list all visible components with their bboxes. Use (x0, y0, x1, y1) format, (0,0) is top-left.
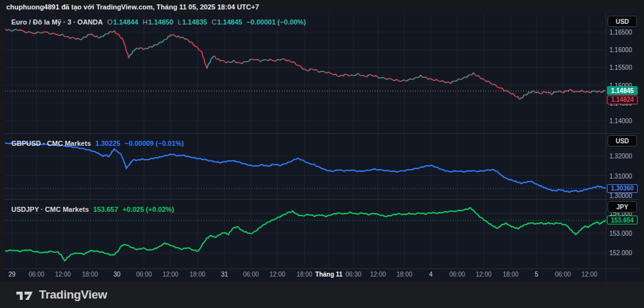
time-tick-label: 5 (535, 271, 538, 278)
eurusd-candle-canvas[interactable] (5, 14, 606, 133)
usdjpy-price-axis[interactable]: JPY 154.000153.000152.000153.654 (606, 199, 639, 268)
open-val: 1.14844 (113, 18, 138, 26)
price-tick-label: 1.16500 (609, 28, 632, 35)
currency-button-usd-2[interactable]: USD (608, 135, 637, 146)
eurusd-open-value: O 1.14844 (107, 18, 138, 26)
eurusd-close-value: C 1.14845 (211, 18, 242, 26)
time-tick-label: Tháng 11 (315, 271, 342, 278)
time-tick-label: 12:00 (269, 271, 285, 278)
usdjpy-symbol-title: USDJPY · CMC Markets (11, 206, 89, 213)
eurusd-price-axis[interactable]: USD 1.165001.160001.155001.150001.145001… (606, 14, 639, 133)
eurusd-low-value: L 1.14835 (178, 18, 208, 26)
open-key: O (107, 18, 113, 26)
chart-frame: USD 1.165001.160001.155001.150001.145001… (5, 14, 639, 282)
gbpusd-symbol-title: GBPUSD · CMC Markets (11, 140, 91, 147)
last-price-badge: 153.654 (607, 216, 638, 224)
pane-divider-1[interactable] (5, 133, 639, 134)
gbpusd-legend[interactable]: GBPUSD · CMC Markets 1.30225 −0.00009 (−… (11, 140, 184, 147)
time-tick-label: 06:00 (136, 271, 152, 278)
last-price-badge: 1.30360 (607, 184, 638, 193)
last-price-badge: 1.14824 (607, 96, 638, 104)
tradingview-snapshot: chuphuong4891 đã tạo với TradingView.com… (0, 0, 644, 308)
low-key: L (178, 18, 182, 26)
time-tick-label: 06:00 (28, 271, 44, 278)
price-tick-label: 153.000 (609, 229, 632, 236)
pane-divider-2[interactable] (5, 199, 639, 200)
price-tick-label: 1.30000 (609, 192, 632, 199)
time-tick-label: 4 (429, 271, 433, 278)
low-val: 1.14835 (182, 18, 208, 26)
eurusd-high-value: H 1.14850 (143, 18, 174, 26)
usdjpy-change: +0.025 (+0.02%) (123, 206, 174, 213)
chart-area: USD 1.165001.160001.155001.150001.145001… (0, 14, 644, 282)
attribution-text: chuphuong4891 đã tạo với TradingView.com… (6, 3, 259, 11)
time-axis-divider (5, 268, 639, 269)
gbpusd-price-axis[interactable]: USD 1.320001.310001.300001.30360 (606, 133, 639, 199)
time-tick-label: 18:00 (502, 271, 518, 278)
price-axis-separator (606, 14, 606, 282)
tradingview-mark-icon (16, 290, 33, 300)
time-tick-label: 31 (221, 271, 228, 278)
time-tick-label: 18:00 (189, 271, 205, 278)
time-axis[interactable]: 2906:0012:0018:003006:0012:0018:003106:0… (5, 268, 639, 282)
time-tick-label: 29 (8, 271, 15, 278)
pane-gbpusd: USD 1.320001.310001.300001.30360 GBPUSD … (5, 133, 639, 199)
gbpusd-change: −0.00009 (−0.01%) (125, 140, 184, 147)
time-tick-label: 12:00 (55, 271, 70, 278)
pane-eurusd: USD 1.165001.160001.155001.150001.145001… (5, 14, 639, 133)
last-price-badge: 1.14845 (607, 86, 638, 95)
high-key: H (143, 18, 148, 26)
time-tick-label: 06:00 (449, 271, 465, 278)
close-val: 1.14845 (217, 18, 242, 26)
time-tick-label: 06:30 (345, 271, 361, 278)
price-tick-label: 1.32000 (609, 153, 632, 160)
eurusd-change: −0.00001 (−0.00%) (247, 18, 306, 26)
eurusd-symbol-title: Euro / Đô la Mỹ · 3 · OANDA (11, 18, 103, 26)
tradingview-logo[interactable]: TradingView (16, 282, 107, 308)
price-tick-label: 1.16000 (609, 47, 632, 53)
tradingview-wordmark: TradingView (39, 288, 107, 302)
gbpusd-last-value: 1.30225 (96, 140, 121, 147)
time-tick-label: 18:00 (296, 271, 312, 278)
usdjpy-last-value: 153.657 (93, 206, 118, 213)
footer-bar: TradingView (0, 282, 644, 308)
usdjpy-legend[interactable]: USDJPY · CMC Markets 153.657 +0.025 (+0.… (11, 206, 174, 213)
time-tick-label: 18:00 (396, 271, 412, 278)
eurusd-legend[interactable]: Euro / Đô la Mỹ · 3 · OANDA O 1.14844 H … (11, 18, 306, 26)
time-tick-label: 06:00 (243, 271, 258, 278)
currency-button-usd[interactable]: USD (608, 16, 637, 27)
price-tick-label: 1.31000 (609, 172, 632, 179)
time-tick-label: 12:00 (370, 271, 386, 278)
close-key: C (211, 18, 216, 26)
time-tick-label: 06:00 (555, 271, 570, 278)
time-tick-label: 30 (113, 271, 120, 278)
pane-usdjpy: JPY 154.000153.000152.000153.654 USDJPY … (5, 199, 639, 268)
price-tick-label: 1.15500 (609, 64, 632, 71)
time-tick-label: 12:00 (475, 271, 491, 278)
time-tick-label: 18:00 (82, 271, 97, 278)
price-tick-label: 152.000 (609, 250, 632, 256)
high-val: 1.14850 (148, 18, 174, 26)
time-tick-label: 12:00 (581, 271, 597, 278)
currency-button-jpy[interactable]: JPY (608, 201, 637, 212)
attribution-bar: chuphuong4891 đã tạo với TradingView.com… (0, 0, 644, 14)
price-tick-label: 1.14000 (609, 117, 632, 124)
time-tick-label: 12:00 (162, 271, 178, 278)
